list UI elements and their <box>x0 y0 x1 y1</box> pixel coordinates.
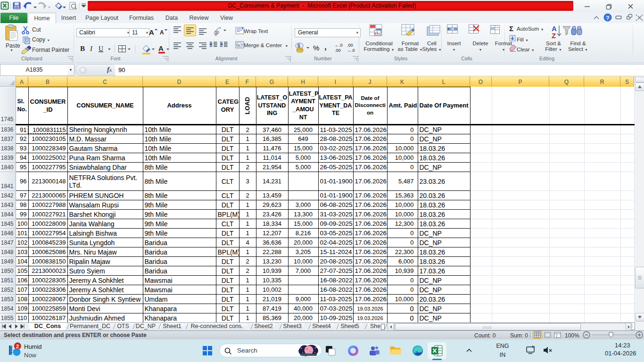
svg-text:.00: .00 <box>335 48 341 53</box>
svg-text:A: A <box>160 29 164 36</box>
svg-text:B: B <box>80 45 85 52</box>
svg-text:.00: .00 <box>347 43 353 48</box>
svg-text:I: I <box>90 45 93 52</box>
svg-text:a: a <box>238 43 240 47</box>
svg-text:$: $ <box>297 43 300 49</box>
svg-text:←.0: ←.0 <box>335 43 343 48</box>
svg-text:,: , <box>324 42 327 51</box>
svg-text:Σ: Σ <box>509 25 513 33</box>
svg-text:U: U <box>99 45 103 52</box>
svg-text:Z: Z <box>552 32 556 40</box>
svg-text:%: % <box>313 44 319 52</box>
svg-text:?: ? <box>606 15 610 21</box>
svg-text:A: A <box>149 28 154 36</box>
svg-text:2: 2 <box>16 344 19 349</box>
svg-text:ab: ab <box>212 29 220 37</box>
svg-text:→.0: →.0 <box>347 48 355 53</box>
svg-text:A: A <box>158 44 164 52</box>
